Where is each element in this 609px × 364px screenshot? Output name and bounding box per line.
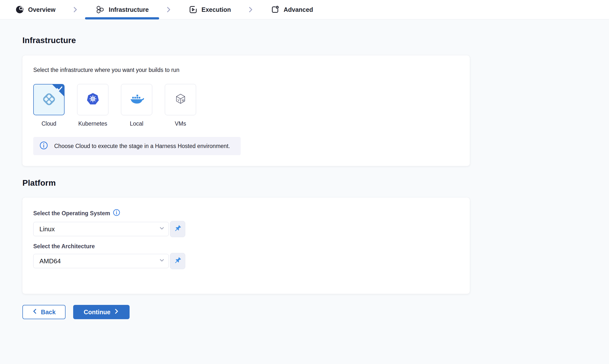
infra-option-kubernetes[interactable]: Kubernetes	[77, 84, 108, 127]
tab-overview[interactable]: Overview	[5, 0, 66, 19]
chevron-down-icon	[158, 257, 166, 266]
stage-config-content: Infrastructure Select the infrastructure…	[0, 19, 609, 334]
continue-button[interactable]: Continue	[73, 305, 130, 319]
arch-select[interactable]: AMD64	[33, 254, 169, 268]
advanced-icon	[271, 5, 280, 14]
back-button-label: Back	[41, 309, 56, 316]
svg-text:M: M	[182, 99, 184, 102]
infrastructure-prompt: Select the infrastructure where you want…	[33, 67, 459, 73]
callout-text: Choose Cloud to execute the stage in a H…	[54, 143, 230, 149]
infra-option-local[interactable]: Local	[121, 84, 152, 127]
infrastructure-options: Cloud	[33, 84, 459, 127]
svg-text:V: V	[177, 99, 180, 102]
chevron-left-icon	[32, 308, 38, 316]
arch-label-text: Select the Architecture	[33, 243, 95, 250]
tab-label: Advanced	[284, 6, 313, 13]
info-icon[interactable]	[113, 209, 120, 218]
infra-tile-local[interactable]	[121, 84, 152, 115]
arch-select-value: AMD64	[39, 257, 61, 265]
infra-option-vms[interactable]: V M VMs	[165, 84, 196, 127]
vm-cube-icon: V M	[173, 92, 188, 108]
infrastructure-card: Select the infrastructure where you want…	[22, 55, 470, 166]
os-select-row: Linux	[33, 221, 459, 237]
tab-label: Overview	[28, 6, 55, 13]
arch-select-row: AMD64	[33, 253, 459, 269]
arch-field-label: Select the Architecture	[33, 243, 459, 250]
os-select-value: Linux	[39, 225, 55, 233]
kubernetes-icon	[85, 92, 100, 108]
check-icon	[56, 86, 63, 92]
infra-tile-kubernetes[interactable]	[77, 84, 108, 115]
pin-icon	[173, 224, 182, 234]
overview-icon	[15, 5, 24, 14]
docker-icon	[129, 92, 144, 108]
os-select[interactable]: Linux	[33, 222, 169, 236]
chevron-right-icon	[73, 0, 78, 19]
infra-option-label: Cloud	[41, 120, 56, 127]
os-label-text: Select the Operating System	[33, 210, 110, 217]
chevron-right-icon	[248, 0, 254, 19]
info-icon	[39, 141, 48, 151]
execution-icon	[189, 5, 198, 14]
infrastructure-icon	[95, 5, 105, 14]
infra-option-label: Local	[130, 120, 143, 127]
infrastructure-heading: Infrastructure	[22, 36, 609, 45]
tab-label: Infrastructure	[109, 6, 149, 13]
os-field-label: Select the Operating System	[33, 209, 459, 218]
infra-option-label: VMs	[175, 120, 186, 127]
chevron-right-icon	[166, 0, 171, 19]
platform-heading: Platform	[22, 178, 609, 188]
chevron-right-icon	[114, 308, 119, 316]
platform-card: Select the Operating System Linux	[22, 198, 470, 294]
tab-advanced[interactable]: Advanced	[260, 0, 323, 19]
tab-label: Execution	[202, 6, 231, 13]
os-pin-button[interactable]	[170, 221, 185, 237]
stage-tab-bar: Overview Infrastructure Execution	[0, 0, 609, 19]
pin-icon	[173, 256, 182, 266]
continue-button-label: Continue	[84, 309, 110, 316]
infra-tile-cloud[interactable]	[33, 84, 65, 115]
infra-option-label: Kubernetes	[78, 120, 107, 127]
arch-pin-button[interactable]	[170, 253, 185, 269]
back-button[interactable]: Back	[22, 305, 66, 319]
wizard-footer: Back Continue	[22, 305, 609, 334]
cloud-info-callout: Choose Cloud to execute the stage in a H…	[33, 137, 241, 155]
infra-option-cloud[interactable]: Cloud	[33, 84, 65, 127]
tab-execution[interactable]: Execution	[178, 0, 241, 19]
tab-infrastructure[interactable]: Infrastructure	[85, 0, 159, 19]
infra-tile-vms[interactable]: V M	[165, 84, 196, 115]
chevron-down-icon	[158, 225, 166, 234]
